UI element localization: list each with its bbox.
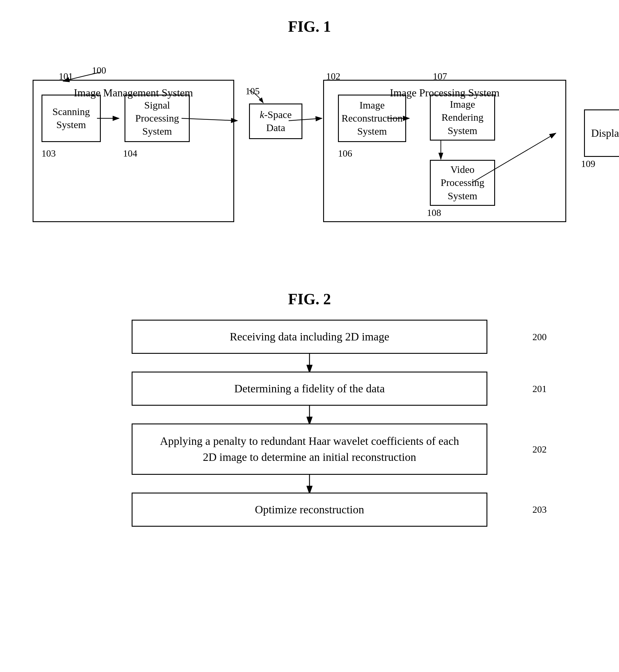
ref-203: 203 xyxy=(533,504,547,515)
rendering-label: ImageRenderingSystem xyxy=(441,98,484,137)
flow-box-201-label: Determining a fidelity of the data xyxy=(234,381,385,397)
fig1-title: FIG. 1 xyxy=(24,18,595,35)
scanning-system-box: ScanningSystem xyxy=(42,94,101,142)
signal-label: SignalProcessingSystem xyxy=(135,99,179,138)
fig1-diagram: 101 100 102 107 105 103 104 106 108 109 … xyxy=(24,47,595,255)
kspace-label: k-SpaceData xyxy=(260,108,292,134)
fig2-title: FIG. 2 xyxy=(24,290,595,308)
flow-step-200: Receiving data including 2D image 200 xyxy=(102,320,517,354)
flow-arrow-2 xyxy=(102,406,517,423)
video-processing-box: VideoProcessingSystem xyxy=(430,160,495,206)
ref-200: 200 xyxy=(533,331,547,342)
flow-arrow-1 xyxy=(102,354,517,372)
ref-100: 100 xyxy=(92,65,106,76)
display-box: Display xyxy=(584,110,619,157)
flow-box-202-label: Applying a penalty to redundant Haar wav… xyxy=(160,433,459,465)
ref-202: 202 xyxy=(533,444,547,455)
flow-box-200: Receiving data including 2D image xyxy=(132,320,487,354)
flow-box-202: Applying a penalty to redundant Haar wav… xyxy=(132,423,487,474)
page-content: FIG. 1 101 100 102 107 105 103 104 106 1… xyxy=(0,0,619,544)
video-label: VideoProcessingSystem xyxy=(440,163,484,203)
flow-step-201: Determining a fidelity of the data 201 xyxy=(102,372,517,406)
flow-box-203: Optimize reconstruction xyxy=(132,492,487,527)
fig2-container: FIG. 2 Receiving data including 2D image… xyxy=(24,290,595,527)
signal-processing-box: SignalProcessingSystem xyxy=(125,94,190,142)
fig2-flowchart: Receiving data including 2D image 200 xyxy=(102,320,517,527)
display-label: Display xyxy=(591,127,619,139)
flow-step-202: Applying a penalty to redundant Haar wav… xyxy=(102,423,517,474)
flow-box-203-label: Optimize reconstruction xyxy=(255,502,364,518)
recon-box: ImageReconstructionSystem xyxy=(338,94,406,142)
recon-label: ImageReconstructionSystem xyxy=(342,99,403,138)
rendering-box: ImageRenderingSystem xyxy=(430,94,495,141)
ref-201: 201 xyxy=(533,383,547,394)
flow-arrow-3 xyxy=(102,475,517,492)
flow-step-203: Optimize reconstruction 203 xyxy=(102,492,517,527)
flow-box-201: Determining a fidelity of the data xyxy=(132,372,487,406)
kspace-box: k-SpaceData xyxy=(249,104,302,139)
ref-105: 105 xyxy=(246,86,260,97)
scanning-label: ScanningSystem xyxy=(53,105,90,131)
flow-box-200-label: Receiving data including 2D image xyxy=(230,329,389,345)
ref-109: 109 xyxy=(581,158,595,169)
